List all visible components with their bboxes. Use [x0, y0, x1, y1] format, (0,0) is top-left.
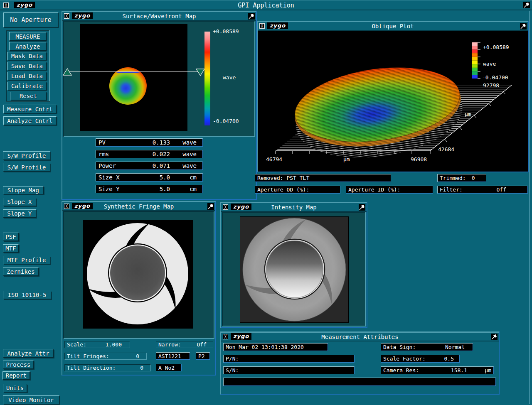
wavefront-phase-map — [80, 24, 187, 131]
mtf-profile-button[interactable]: MTF Profile — [3, 256, 50, 264]
psf-button[interactable]: PSF — [3, 233, 19, 241]
measure-cntrl-button[interactable]: Measure Cntrl — [3, 105, 57, 113]
iso-10110-5-button[interactable]: ISO 10110-5 — [3, 291, 51, 299]
window-menu-icon[interactable]: ╳ — [64, 13, 69, 19]
analyze-attr-button[interactable]: Analyze Attr — [3, 349, 54, 358]
window-menu-icon[interactable]: ╳ — [64, 204, 69, 209]
measurement-attributes-window: ╳ zygo Measurement Attributes Mon Mar 02… — [220, 331, 500, 395]
camera-res-label: Camera Res: — [383, 367, 419, 373]
comment-field[interactable] — [223, 378, 496, 386]
measure-button[interactable]: MEASURE — [9, 32, 47, 41]
oblique-colorbar-unit: wave — [483, 61, 496, 67]
stat-row-size-x: Size X 5.0 cm — [96, 173, 203, 182]
stat-label: rms — [99, 151, 135, 157]
pushpin-icon[interactable] — [523, 2, 530, 8]
aperture-id-field[interactable]: Aperture ID (%): — [346, 186, 433, 194]
pushpin-icon[interactable] — [207, 203, 214, 210]
zygo-logo: zygo — [267, 22, 288, 29]
tilt-fringes-label: Tilt Fringes: — [67, 353, 109, 359]
timestamp-field[interactable]: Mon Mar 02 13:01:38 2020 — [223, 343, 328, 351]
report-button[interactable]: Report — [2, 371, 30, 380]
narrow-field[interactable]: Narrow: Off — [156, 341, 213, 348]
pushpin-icon[interactable] — [359, 204, 365, 211]
zygo-logo: zygo — [72, 12, 93, 19]
stat-value: 5.0 — [135, 174, 170, 181]
narrow-label: Narrow: — [158, 341, 181, 348]
oblique-3d-plot: 46794 µm 96908 42684 µm +0.08589 wave -0… — [258, 31, 528, 172]
zygo-logo: zygo — [231, 333, 251, 340]
stat-value: 0.071 — [135, 162, 170, 169]
measurement-attributes-title: Measurement Attributes — [321, 334, 398, 340]
p2-tag-field[interactable]: P2 — [196, 352, 210, 360]
units-button[interactable]: Units — [3, 384, 27, 392]
oblique-colorbar-min-alt: 92798 — [483, 82, 499, 88]
profile-slice-line[interactable] — [62, 67, 206, 77]
data-sign-field[interactable]: Data Sign: Normal — [381, 343, 473, 351]
a-no2-tag-field[interactable]: A No2 — [156, 364, 182, 371]
load-data-button[interactable]: Load Data — [7, 72, 47, 80]
stat-value: 0.133 — [135, 139, 170, 146]
surface-map-titlebar: ╳ zygo Surface/Wavefront Map — [62, 12, 256, 21]
video-monitor-button[interactable]: Video Monitor — [3, 395, 59, 404]
window-menu-icon[interactable]: ╳ — [223, 204, 228, 210]
zernikes-button[interactable]: Zernikes — [3, 268, 39, 276]
stat-unit: wave — [170, 151, 200, 157]
zygo-logo: zygo — [72, 203, 93, 209]
tilt-direction-field[interactable]: Tilt Direction: 0 — [64, 364, 151, 371]
trimmed-label: Trimmed: — [440, 175, 466, 181]
stat-row-size-y: Size Y 5.0 cm — [96, 185, 203, 193]
removed-field[interactable]: Removed: PST TLT — [255, 174, 391, 182]
stat-row-rms: rms 0.022 wave — [96, 150, 203, 158]
scale-factor-field[interactable]: Scale Factor: 0.5 — [381, 355, 460, 363]
mask-data-button[interactable]: Mask Data — [7, 52, 47, 60]
aperture-od-field[interactable]: Aperture OD (%): — [255, 186, 340, 194]
slope-y-button[interactable]: Slope Y — [3, 209, 36, 218]
window-menu-icon[interactable]: ╳ — [259, 23, 265, 29]
no-aperture-button[interactable]: No Aperture — [3, 12, 58, 27]
ast-tag-field[interactable]: AST1221 — [156, 352, 190, 360]
measurement-attributes-titlebar: ╳ zygo Measurement Attributes — [221, 332, 499, 341]
trimmed-field[interactable]: Trimmed: 0 — [437, 174, 486, 182]
calibrate-button[interactable]: Calibrate — [7, 82, 47, 90]
oblique-plot-window: ╳ zygo Oblique Plot — [257, 21, 529, 172]
scale-field[interactable]: Scale: 1.000 — [64, 341, 130, 348]
pn-label: P/N: — [226, 356, 239, 362]
pushpin-icon[interactable] — [248, 13, 255, 20]
filter-field[interactable]: Filter: Off — [437, 186, 528, 194]
sw-profile-button-1[interactable]: S/W Profile — [3, 151, 50, 160]
process-button[interactable]: Process — [3, 361, 34, 369]
intensity-map-titlebar: ╳ zygo Intensity Map — [221, 203, 367, 212]
slope-x-button[interactable]: Slope X — [3, 198, 36, 206]
stat-unit: cm — [170, 186, 200, 192]
pn-field[interactable]: P/N: — [223, 355, 355, 363]
pushpin-icon[interactable] — [491, 334, 498, 340]
camera-res-field[interactable]: Camera Res: 158.1 µm — [381, 366, 494, 374]
tilt-fringes-field[interactable]: Tilt Fringes: 0 — [64, 353, 147, 360]
pushpin-icon[interactable] — [520, 23, 527, 29]
scale-label: Scale: — [67, 341, 86, 348]
tilt-direction-value: 0 — [140, 365, 143, 371]
sw-profile-button-2[interactable]: S/W Profile — [3, 163, 50, 172]
profile-right-handle — [196, 69, 204, 76]
save-data-button[interactable]: Save Data — [7, 62, 47, 70]
stat-value: 0.022 — [135, 151, 170, 157]
analyze-button[interactable]: Analyze — [9, 42, 47, 51]
stat-unit: wave — [170, 162, 200, 169]
surface-colorbar-unit: wave — [223, 74, 236, 81]
filter-label: Filter: — [440, 187, 463, 193]
reset-button[interactable]: Reset — [10, 92, 47, 100]
mtf-button[interactable]: MTF — [3, 244, 19, 253]
oblique-colorbar-max: +0.08589 — [483, 44, 509, 50]
fringe-map-title: Synthetic Fringe Map — [104, 203, 174, 210]
narrow-value: Off — [197, 341, 207, 348]
surface-map-title: Surface/Wavefront Map — [122, 13, 196, 20]
stat-value: 5.0 — [135, 186, 170, 192]
window-menu-icon[interactable]: ╳ — [223, 334, 228, 339]
sn-field[interactable]: S/N: — [223, 366, 355, 374]
data-sign-value: Normal — [445, 344, 465, 350]
slope-mag-button[interactable]: Slope Mag — [3, 186, 44, 194]
trimmed-value: 0 — [472, 175, 475, 181]
surface-colorbar-min: -0.04700 — [213, 118, 239, 124]
analyze-cntrl-button[interactable]: Analyze Cntrl — [3, 116, 57, 125]
window-menu-icon[interactable]: ╳ — [3, 2, 9, 8]
